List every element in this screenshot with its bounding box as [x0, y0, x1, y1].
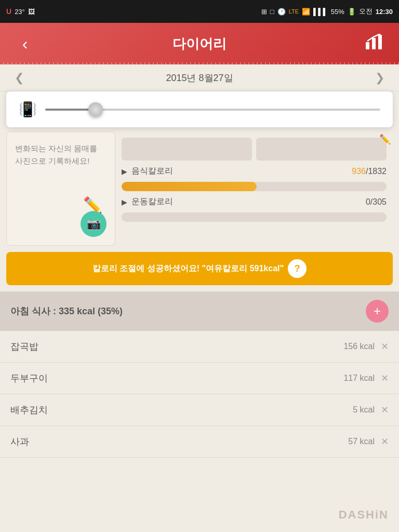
status-right: ⊞ □ 🕐 LTE 📶 ▌▌▌ 55% 🔋 오전 12:30: [261, 7, 393, 16]
meal-item-name-1: 두부구이: [10, 372, 48, 384]
scroll-area: ❮ 2015년 8월27일 ❯ 📳 변화되는 자신의 몸매를 사진으로 기록하세…: [0, 64, 399, 532]
watermark: DASHiN: [339, 508, 389, 522]
screen-icon: ⊞: [261, 8, 267, 16]
meal-header: 아침 식사 : 335 kcal (35%) +: [0, 291, 399, 331]
meal-item-delete-3[interactable]: ✕: [381, 436, 389, 447]
food-arrow: ▶: [122, 167, 127, 176]
clock-icon: 🕐: [277, 8, 286, 16]
meal-item-3: 사과 57 kcal ✕: [0, 426, 399, 458]
header: ‹ 다이어리: [0, 23, 399, 64]
next-date-button[interactable]: ❯: [371, 67, 389, 89]
meal-item-cal-1: 117 kcal: [343, 374, 375, 383]
meal-item-name-2: 배추김치: [10, 404, 48, 416]
exercise-calories-max: 305: [373, 197, 387, 207]
chart-button[interactable]: [362, 34, 387, 54]
meal-header-title: 아침 식사 : 335 kcal (35%): [10, 305, 123, 317]
carrier-icon: U: [6, 7, 11, 16]
meal-item-cal-2: 5 kcal: [353, 405, 375, 415]
phone-icon: □: [270, 8, 274, 16]
date-title: 2015년 8월27일: [166, 72, 233, 84]
meal-item-right-0: 156 kcal ✕: [343, 341, 389, 352]
temperature: 23°: [15, 8, 25, 16]
food-calories-label: 음식칼로리: [131, 166, 352, 177]
food-calories-current: 936: [352, 167, 366, 176]
exercise-arrow: ▶: [122, 198, 127, 206]
lte-label: LTE: [289, 8, 299, 15]
food-progress-fill: [122, 182, 257, 191]
calorie-section: ✏️ ▶ 음식칼로리 936 / 1832: [115, 131, 393, 231]
meal-item-delete-2[interactable]: ✕: [381, 404, 389, 416]
slider-track[interactable]: [45, 109, 380, 111]
prev-date-button[interactable]: ❮: [10, 67, 28, 89]
food-calories-row: ▶ 음식칼로리 936 / 1832: [122, 166, 387, 177]
signal-icon: ▌▌▌: [313, 8, 328, 16]
time: 12:30: [376, 8, 393, 16]
add-meal-button[interactable]: +: [366, 300, 389, 323]
meal-item-cal-0: 156 kcal: [343, 342, 375, 351]
exercise-calories-current: 0: [366, 197, 370, 207]
meal-section: 아침 식사 : 335 kcal (35%) + 잡곡밥 156 kcal ✕ …: [0, 291, 399, 458]
exercise-calories-label: 운동칼로리: [131, 196, 366, 207]
meal-item-right-3: 57 kcal ✕: [348, 436, 389, 447]
vibrate-icon: 📳: [19, 101, 37, 118]
camera-icon: 📷: [87, 217, 101, 231]
svg-rect-0: [366, 42, 369, 49]
question-button[interactable]: ?: [288, 259, 307, 278]
meal-item-right-2: 5 kcal ✕: [353, 404, 389, 416]
body-record-text: 변화되는 자신의 몸매를 사진으로 기록하세요!: [15, 142, 107, 167]
slider-thumb[interactable]: [88, 102, 103, 117]
slider-popup: 📳: [6, 91, 393, 127]
exercise-progress-bar: [122, 212, 387, 222]
back-button[interactable]: ‹: [12, 34, 37, 54]
status-left: U 23° 🖼: [6, 7, 35, 16]
body-record-card: 변화되는 자신의 몸매를 사진으로 기록하세요! ✏️ 📷: [6, 131, 115, 246]
add-meal-icon: +: [374, 304, 381, 318]
meal-item-cal-3: 57 kcal: [348, 437, 375, 446]
svg-rect-1: [372, 38, 376, 49]
battery-icon: 🔋: [348, 8, 356, 16]
meal-item-1: 두부구이 117 kcal ✕: [0, 363, 399, 394]
meal-item-name-0: 잡곡밥: [10, 340, 38, 353]
meal-item-delete-1[interactable]: ✕: [381, 373, 389, 384]
exercise-calories-row: ▶ 운동칼로리 0 / 305: [122, 196, 387, 207]
svg-rect-2: [378, 35, 382, 49]
calorie-banner-text: 칼로리 조절에 성공하셨어요! "여유칼로리 591kcal": [92, 263, 284, 274]
food-progress-bar: [122, 182, 387, 191]
meal-item-0: 잡곡밥 156 kcal ✕: [0, 331, 399, 363]
back-icon: ‹: [22, 34, 28, 53]
period: 오전: [359, 7, 373, 16]
date-nav: ❮ 2015년 8월27일 ❯: [0, 64, 399, 91]
meal-item-2: 배추김치 5 kcal ✕: [0, 394, 399, 426]
camera-button[interactable]: 📷: [81, 211, 107, 237]
edit-calories-button[interactable]: ✏️: [379, 134, 391, 145]
food-calories-max: 1832: [368, 167, 387, 176]
header-title: 다이어리: [37, 35, 362, 53]
top-region: ❮ 2015년 8월27일 ❯ 📳 변화되는 자신의 몸매를 사진으로 기록하세…: [0, 64, 399, 462]
alarm-icon: 🖼: [28, 8, 35, 16]
meal-item-delete-0[interactable]: ✕: [381, 341, 389, 352]
calorie-banner: 칼로리 조절에 성공하셨어요! "여유칼로리 591kcal" ?: [6, 252, 393, 285]
battery-level: 55%: [331, 8, 344, 16]
cards-row: 변화되는 자신의 몸매를 사진으로 기록하세요! ✏️ 📷 ✏️ ▶ 음식칼로리: [6, 131, 393, 246]
chart-icon: [365, 34, 383, 50]
wifi-icon: 📶: [302, 8, 310, 16]
meal-item-right-1: 117 kcal ✕: [343, 373, 389, 384]
meal-item-name-3: 사과: [10, 435, 29, 448]
status-bar: U 23° 🖼 ⊞ □ 🕐 LTE 📶 ▌▌▌ 55% 🔋 오전 12:30: [0, 0, 399, 23]
